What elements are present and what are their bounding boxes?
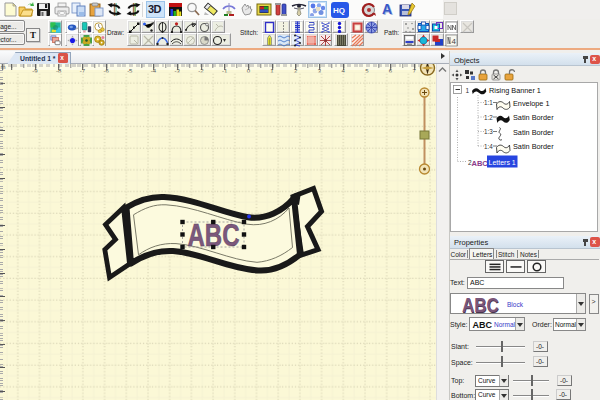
svg-text:ABC: ABC [472,159,489,168]
svg-text:1:2: 1:2 [484,114,493,121]
svg-text:Satin Border: Satin Border [513,113,554,122]
svg-text:1:3: 1:3 [484,128,493,135]
svg-text:1: 1 [466,87,470,94]
svg-text:4: 4 [451,37,456,46]
svg-text:N: N [426,64,432,65]
svg-text:1:4: 1:4 [484,143,493,150]
svg-text:Satin Border: Satin Border [513,128,554,137]
svg-text:Satin Border: Satin Border [513,142,554,151]
svg-text:1:1: 1:1 [484,99,493,106]
svg-text:Rising Banner 1: Rising Banner 1 [489,86,541,95]
svg-text:Letters 1: Letters 1 [489,159,516,166]
svg-text:Envelope 1: Envelope 1 [513,99,550,108]
